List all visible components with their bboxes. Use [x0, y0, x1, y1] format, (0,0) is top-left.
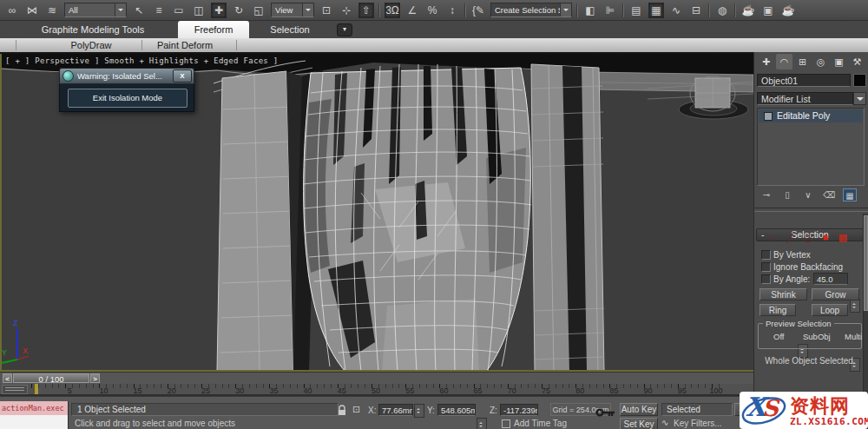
select-and-rotate-icon[interactable]: ↻ [231, 3, 247, 18]
time-slider-handle[interactable]: 0 / 100 [13, 373, 89, 383]
keyboard-shortcut-override-icon[interactable]: ⇧ [358, 3, 374, 18]
add-time-tag[interactable]: Add Time Tag [514, 419, 567, 428]
previous-frame-button[interactable]: < [3, 373, 12, 383]
schematic-view-icon[interactable]: ⊟ [688, 3, 704, 18]
graphite-modeling-toggle-icon[interactable]: ▦ [648, 3, 664, 18]
timeline-ruler[interactable]: 0510152025303540455055606570758085909510… [0, 384, 753, 396]
align-icon[interactable]: ⊫ [602, 3, 618, 18]
snaps-toggle-3d-icon[interactable]: 3Ω [385, 3, 400, 18]
named-selection-sets-dropdown[interactable]: Create Selection Se [490, 3, 572, 17]
by-angle-checkbox[interactable] [761, 274, 771, 284]
stack-item-editable-poly[interactable]: Editable Poly [759, 109, 863, 122]
modifier-list-dropdown[interactable]: Modifier List [757, 92, 853, 105]
z-coord-field[interactable]: -117.239mm [500, 404, 538, 416]
selection-region-rectangular-icon[interactable]: ▭ [171, 3, 187, 18]
key-filters-button[interactable]: Key Filters... [674, 419, 722, 428]
select-by-name-icon[interactable]: ≡ [151, 3, 167, 18]
modifier-stack[interactable]: Editable Poly [757, 108, 865, 186]
minimize-ribbon-button[interactable]: ▾ [337, 23, 352, 36]
by-vertex-checkbox[interactable] [761, 250, 771, 260]
percent-snap-icon[interactable]: % [424, 3, 440, 18]
key-filter-scope-dropdown[interactable]: Selected [661, 403, 733, 416]
tab-polydraw[interactable]: PolyDraw [43, 38, 139, 52]
y-coord-spinner[interactable] [477, 418, 487, 429]
set-key-button[interactable]: Set Key [620, 418, 658, 429]
status-bar: actionMan.exec 1 Object Selected Click a… [0, 396, 753, 429]
dialog-title-bar[interactable]: Warning: Isolated Sel... X [59, 68, 194, 84]
angle-snap-icon[interactable]: ∠ [404, 3, 420, 18]
remove-modifier-icon[interactable]: ⌫ [822, 188, 836, 201]
subobject-element-icon[interactable]: ▩ [836, 231, 850, 244]
tab-motion[interactable]: ◎ [812, 54, 829, 69]
scrollbar-thumb[interactable] [864, 215, 868, 311]
object-color-swatch[interactable] [853, 74, 866, 87]
subobject-border-icon[interactable]: ▢ [801, 231, 815, 244]
chevron-down-icon[interactable] [853, 92, 866, 105]
next-frame-button[interactable]: > [90, 373, 100, 383]
mirror-icon[interactable]: ◧ [582, 3, 598, 18]
tab-display[interactable]: ▣ [831, 54, 847, 69]
material-editor-icon[interactable]: ◍ [714, 3, 730, 18]
maxscript-mini-listener[interactable]: actionMan.exec [0, 401, 69, 429]
close-icon[interactable]: X [173, 69, 192, 82]
auto-key-button[interactable]: Auto Key [620, 403, 658, 416]
edit-named-selection-sets-icon[interactable]: {✎ [470, 3, 486, 18]
grow-button[interactable]: Grow [812, 288, 859, 300]
listener-macro-line[interactable]: actionMan.exec [0, 401, 68, 415]
rendered-frame-window-icon[interactable]: ▣ [760, 3, 776, 18]
loop-button[interactable]: Loop [812, 304, 848, 316]
key-curve-icon[interactable]: ∿ [661, 418, 668, 427]
current-frame-marker[interactable] [34, 384, 38, 394]
ring-button[interactable]: Ring [760, 304, 796, 316]
subobject-vertex-icon[interactable]: ∴ [766, 231, 780, 244]
select-and-move-icon[interactable]: ✚ [211, 3, 227, 18]
exit-isolation-mode-button[interactable]: Exit Isolation Mode [68, 89, 187, 108]
tab-utilities[interactable]: ⚒ [849, 54, 865, 69]
object-name-field[interactable]: Object01 [757, 74, 851, 87]
tab-paint-deform[interactable]: Paint Deform [137, 38, 233, 52]
by-angle-spinner[interactable] [850, 299, 860, 313]
x-coord-field[interactable]: 77.66mm [378, 404, 413, 416]
select-and-scale-icon[interactable]: ◱ [251, 3, 266, 18]
tab-freeform[interactable]: Freeform [178, 21, 249, 38]
select-object-icon[interactable]: ↖ [131, 3, 147, 18]
subobject-edge-icon[interactable]: ╱ [784, 231, 798, 244]
select-and-link-icon[interactable]: ∞ [4, 3, 20, 18]
configure-modifier-sets-icon[interactable]: ▦ [843, 188, 857, 201]
x-coord-spinner[interactable] [414, 404, 424, 418]
render-production-icon[interactable]: ☕ [780, 3, 796, 18]
set-key-mode-icon[interactable] [595, 406, 616, 419]
absolute-mode-icon[interactable]: ⊡ [352, 404, 360, 415]
selection-filter-dropdown[interactable]: All [64, 3, 127, 17]
y-coord-field[interactable]: 548.605mm [437, 404, 476, 416]
tab-modify[interactable]: ◠ [776, 54, 792, 69]
select-and-manipulate-icon[interactable]: ⊹ [339, 3, 354, 18]
shrink-button[interactable]: Shrink [760, 288, 807, 300]
chevron-down-icon[interactable] [115, 3, 126, 16]
time-slider-track[interactable]: < 0 / 100 > [0, 372, 753, 384]
viewport-label[interactable]: [ + ] Perspective ] Smooth + Highlights … [5, 56, 279, 65]
bind-to-space-warp-icon[interactable]: ≋ [44, 3, 60, 18]
use-pivot-point-center-icon[interactable]: ⊡ [319, 3, 334, 18]
reference-coordinate-system-dropdown[interactable]: View [271, 3, 314, 17]
chevron-down-icon[interactable] [302, 3, 313, 16]
ignore-backfacing-checkbox[interactable] [761, 262, 771, 272]
spinner-snap-icon[interactable]: ↕ [444, 3, 460, 18]
tab-hierarchy[interactable]: ⊞ [794, 54, 811, 69]
listener-script-line[interactable] [0, 415, 68, 429]
make-unique-icon[interactable]: ∨ [801, 188, 815, 201]
by-angle-field[interactable]: 45.0 [813, 273, 848, 285]
render-setup-icon[interactable]: ☕ [740, 3, 756, 18]
window-crossing-icon[interactable]: ◫ [191, 3, 207, 18]
curve-editor-icon[interactable]: ∿ [668, 3, 684, 18]
show-end-result-icon[interactable]: ▯ [780, 188, 794, 201]
tab-create[interactable]: ✚ [758, 54, 774, 69]
unlink-selection-icon[interactable]: ⋈ [24, 3, 40, 18]
subobject-polygon-icon[interactable]: ■ [819, 231, 832, 244]
selection-lock-icon[interactable] [337, 405, 347, 416]
manage-layers-icon[interactable]: ▤ [628, 3, 644, 18]
chevron-down-icon[interactable] [560, 3, 571, 16]
pin-stack-icon[interactable]: ⊸ [760, 188, 773, 201]
tab-selection[interactable]: Selection [257, 21, 323, 38]
tab-graphite-modeling-tools[interactable]: Graphite Modeling Tools [12, 21, 174, 38]
